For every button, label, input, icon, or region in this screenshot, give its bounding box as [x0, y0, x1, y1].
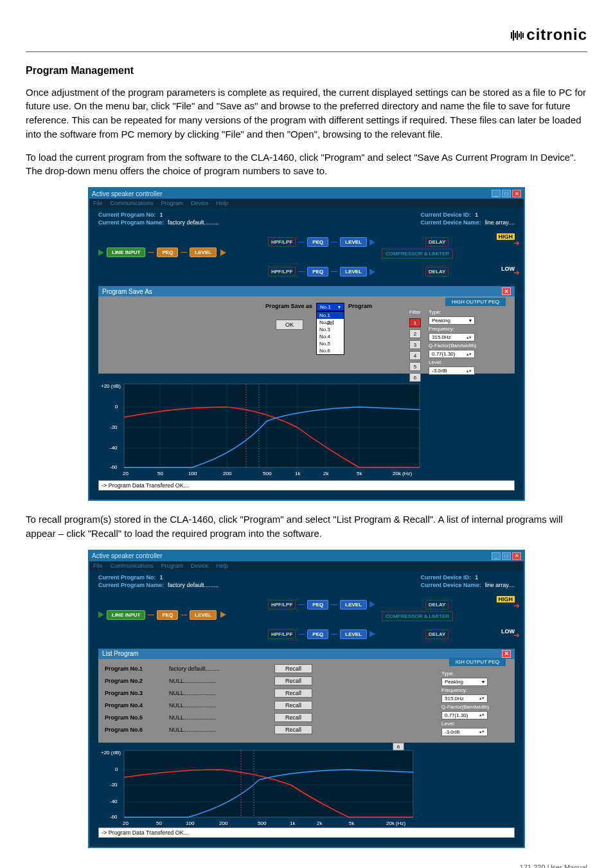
- close-button[interactable]: ✕: [512, 190, 521, 197]
- node-input-level[interactable]: LEVEL: [190, 610, 217, 620]
- level-stepper[interactable]: -3.0dB▴▾: [429, 366, 475, 375]
- dd-option[interactable]: No.4: [317, 333, 344, 340]
- chevron-down-icon: ▾: [482, 679, 484, 685]
- level-stepper[interactable]: -3.0dB▴▾: [441, 728, 488, 736]
- signal-flow: HIGH ➔ LOW ➔ LINE INPUT PEQ LEVEL HPF/LP…: [89, 591, 524, 649]
- node-high-level[interactable]: LEVEL: [340, 600, 367, 610]
- node-low-level[interactable]: LEVEL: [340, 267, 367, 276]
- node-high-peq[interactable]: PEQ: [307, 237, 328, 247]
- paragraph-intro: Once adjustment of the program parameter…: [26, 86, 587, 141]
- value-prog-no: 1: [160, 212, 163, 218]
- node-high-hpf-lpf[interactable]: HPF/LPF: [268, 237, 296, 247]
- ok-button[interactable]: OK: [276, 320, 303, 330]
- minimize-button[interactable]: _: [492, 552, 501, 560]
- dialog-body-list: Program No.1 factory default......... Re…: [98, 659, 515, 743]
- svg-rect-0: [511, 32, 512, 39]
- window-titlebar: Active speaker controller _ □ ✕: [89, 551, 524, 561]
- dialog-close-button[interactable]: ✕: [502, 287, 511, 295]
- node-input-peq[interactable]: PEQ: [157, 248, 178, 257]
- dd-option[interactable]: No.6: [317, 347, 344, 354]
- menubar: File Communications Program Device Help: [89, 561, 524, 570]
- node-input-peq[interactable]: PEQ: [157, 610, 178, 620]
- q-stepper[interactable]: 0.77(1.30)▴▾: [429, 350, 475, 358]
- filter-button-5[interactable]: 5: [409, 362, 421, 371]
- node-compressor-limiter[interactable]: COMPRESSOR & LIMITER: [382, 249, 453, 258]
- filter-button-1[interactable]: 1: [409, 318, 421, 327]
- signal-flow: HIGH ➔ LOW ➔ LINE INPUT PEQ LEVEL HPF/LP…: [89, 228, 524, 286]
- node-low-peq[interactable]: PEQ: [307, 267, 328, 276]
- menu-device[interactable]: Device: [191, 563, 209, 569]
- peq-panel-title: HIGH OUTPUT PEQ: [445, 298, 506, 306]
- filter-button-2[interactable]: 2: [409, 329, 421, 338]
- program-name: Program No.3: [105, 690, 160, 696]
- freq-stepper[interactable]: 315.0Hz▴▾: [429, 333, 475, 341]
- node-line-input[interactable]: LINE INPUT: [107, 248, 145, 257]
- dialog-title: Program Save As: [102, 288, 152, 295]
- minimize-button[interactable]: _: [492, 190, 501, 197]
- dialog-close-button[interactable]: ✕: [502, 650, 511, 658]
- node-high-delay[interactable]: DELAY: [425, 600, 449, 610]
- recall-button[interactable]: Recall: [274, 713, 312, 722]
- app-window: Active speaker controller _ □ ✕ File Com…: [88, 187, 525, 501]
- node-low-hpf-lpf[interactable]: HPF/LPF: [268, 629, 296, 639]
- maximize-button[interactable]: □: [502, 190, 511, 197]
- window-titlebar: Active speaker controller _ □ ✕: [89, 188, 524, 199]
- type-select[interactable]: Peaking▾: [429, 316, 475, 325]
- node-low-peq[interactable]: PEQ: [307, 629, 328, 639]
- node-line-input[interactable]: LINE INPUT: [107, 610, 145, 620]
- node-high-hpf-lpf[interactable]: HPF/LPF: [268, 600, 296, 610]
- program-name: Program No.5: [105, 714, 160, 721]
- recall-button[interactable]: Recall: [274, 676, 312, 685]
- recall-button[interactable]: Recall: [274, 725, 312, 734]
- dd-option[interactable]: No.1: [317, 312, 344, 319]
- chevron-down-icon: ▾: [338, 304, 341, 310]
- filter-button-4[interactable]: 4: [409, 351, 421, 360]
- low-label: LOW: [501, 628, 515, 635]
- arrow-icon: [369, 239, 375, 246]
- close-button[interactable]: ✕: [512, 552, 521, 560]
- menu-program[interactable]: Program: [161, 563, 184, 569]
- node-high-peq[interactable]: PEQ: [307, 600, 328, 610]
- recall-button[interactable]: Recall: [274, 701, 312, 710]
- node-input-level[interactable]: LEVEL: [190, 248, 217, 257]
- node-low-delay[interactable]: DELAY: [425, 267, 449, 276]
- filter-button-6[interactable]: 6: [409, 373, 421, 382]
- program-value: NULL....................: [169, 727, 265, 733]
- node-low-delay[interactable]: DELAY: [425, 629, 449, 639]
- filter-button-3[interactable]: 3: [409, 340, 421, 349]
- node-low-hpf-lpf[interactable]: HPF/LPF: [268, 267, 296, 276]
- dialog-body-save: HIGH OUTPUT PEQ Filter 1 2 3 4 5 6 Type:…: [98, 296, 515, 374]
- menu-help[interactable]: Help: [217, 200, 229, 206]
- node-low-level[interactable]: LEVEL: [340, 629, 367, 639]
- program-number-dropdown[interactable]: No.1▾ No.1 No.2 No.3 No.4 No.5 No.6: [316, 303, 344, 311]
- freq-stepper[interactable]: 315.0Hz▴▾: [441, 694, 488, 703]
- recall-button[interactable]: Recall: [274, 689, 312, 698]
- svg-rect-1: [513, 30, 514, 41]
- node-compressor-limiter[interactable]: COMPRESSOR & LIMITER: [382, 611, 453, 621]
- type-select[interactable]: Peaking▾: [441, 678, 488, 686]
- app-window: Active speaker controller _ □ ✕ File Com…: [88, 550, 525, 848]
- level-label: Level:: [441, 721, 489, 727]
- q-stepper[interactable]: 0.77(1.30)▴▾: [441, 711, 488, 719]
- program-word: Program: [348, 303, 372, 309]
- filter-button-6[interactable]: 6: [393, 743, 404, 752]
- program-name: Program No.6: [105, 727, 160, 733]
- svg-rect-5: [520, 32, 522, 39]
- cancel-fragment: cel: [326, 320, 334, 330]
- menu-help[interactable]: Help: [217, 563, 229, 569]
- node-high-level[interactable]: LEVEL: [340, 237, 367, 247]
- menu-file[interactable]: File: [93, 563, 103, 569]
- maximize-button[interactable]: □: [502, 552, 511, 560]
- value-prog-name: factory default.........: [168, 219, 218, 226]
- label-prog-name: Current Program Name:: [98, 582, 164, 588]
- menu-communications[interactable]: Communications: [111, 200, 154, 206]
- node-high-delay[interactable]: DELAY: [425, 237, 449, 247]
- menu-communications[interactable]: Communications: [111, 563, 154, 569]
- chevron-down-icon: ▾: [469, 318, 472, 323]
- menu-program[interactable]: Program: [161, 200, 184, 206]
- recall-button[interactable]: Recall: [274, 664, 312, 673]
- dd-option[interactable]: No.5: [317, 340, 344, 347]
- menu-device[interactable]: Device: [191, 200, 209, 206]
- paragraph-save: To load the current program from the sof…: [26, 150, 587, 179]
- menu-file[interactable]: File: [93, 200, 103, 206]
